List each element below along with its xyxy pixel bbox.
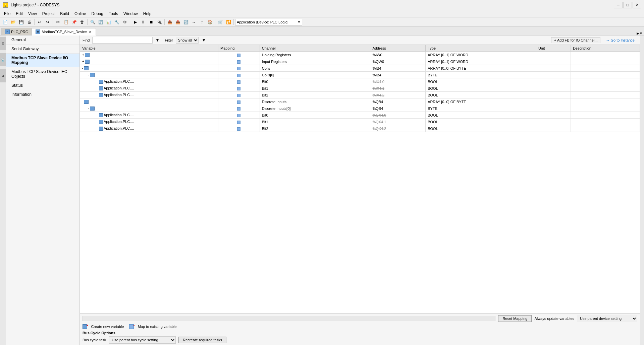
tab-plc-prg-label: PLC_PRG xyxy=(11,30,28,34)
toolbar-8[interactable]: ▶ xyxy=(131,18,139,26)
expand-button[interactable]: - xyxy=(82,66,83,70)
cell-description xyxy=(571,78,640,85)
toolbar-paste[interactable]: 📌 xyxy=(70,18,78,26)
side-icon-3[interactable]: 🖥 xyxy=(0,69,6,82)
toolbar-9[interactable]: ⏸ xyxy=(140,18,147,26)
cell-description xyxy=(571,65,640,72)
toolbar-redo[interactable]: ↪ xyxy=(44,18,51,26)
expand-button[interactable]: + xyxy=(82,60,84,63)
bus-cycle-task-select[interactable]: Use parent bus cycle settingCycle xyxy=(109,336,176,344)
toolbar-save[interactable]: 💾 xyxy=(17,18,25,26)
toolbar-7[interactable]: ⚙ xyxy=(121,18,128,26)
bus-cycle-group-label: Bus Cycle Options xyxy=(83,331,637,335)
nav-information[interactable]: Information xyxy=(6,90,79,99)
nav-general[interactable]: General xyxy=(6,36,79,45)
cell-description xyxy=(571,125,640,132)
reset-mapping-button[interactable]: Reset Mapping xyxy=(498,315,532,322)
toolbar-13[interactable]: 📤 xyxy=(174,18,181,26)
application-dropdown[interactable]: Application [Device: PLC Logic] ▼ xyxy=(235,19,302,25)
expand-button[interactable]: + xyxy=(82,53,84,57)
menu-help[interactable]: Help xyxy=(141,11,154,17)
title-bar: 💡 Lights.project* - CODESYS ─ □ ✕ xyxy=(0,0,644,10)
toolbar-cut[interactable]: ✂ xyxy=(54,18,62,26)
toolbar-17[interactable]: 🏠 xyxy=(206,18,214,26)
window-title: Lights.project* - CODESYS xyxy=(11,3,59,7)
recreate-required-tasks-button[interactable]: Recreate required tasks xyxy=(178,337,226,343)
cell-unit xyxy=(536,92,571,98)
toolbar-open[interactable]: 📂 xyxy=(9,18,17,26)
application-dropdown-value: Application [Device: PLC Logic] xyxy=(237,20,288,24)
go-to-instance-button[interactable]: → Go to Instance xyxy=(603,38,637,43)
always-update-select[interactable]: Use parent device settingYesNo xyxy=(577,315,637,322)
mapping-icon xyxy=(237,67,240,70)
add-fb-button[interactable]: + Add FB for IO Channel... xyxy=(551,37,600,43)
menu-view[interactable]: View xyxy=(25,11,40,17)
toolbar-6[interactable]: 🔧 xyxy=(113,18,120,26)
toolbar-copy[interactable]: 📋 xyxy=(62,18,70,26)
legend-map: = Map to existing variable xyxy=(129,324,176,329)
expand-button[interactable]: - xyxy=(82,100,83,104)
cell-type: BYTE xyxy=(426,72,536,78)
filter-select[interactable]: Show all xyxy=(176,37,199,44)
cell-channel: Bit1 xyxy=(260,119,370,125)
menu-build[interactable]: Build xyxy=(57,11,72,17)
minimize-button[interactable]: ─ xyxy=(614,2,623,8)
tab-menu[interactable]: ▼ xyxy=(639,31,643,35)
cell-variable: Application.PLC.... xyxy=(80,112,218,119)
tab-plc-prg[interactable]: P PLC_PRG xyxy=(1,28,32,35)
close-button[interactable]: ✕ xyxy=(633,2,641,8)
nav-status[interactable]: Status xyxy=(6,81,79,90)
cell-variable: - xyxy=(80,65,218,72)
toolbar-18[interactable]: 🛒 xyxy=(217,18,224,26)
cell-variable: + xyxy=(80,52,218,58)
window-controls[interactable]: ─ □ ✕ xyxy=(614,2,641,8)
menu-tools[interactable]: Tools xyxy=(106,11,121,17)
always-update-label: Always update variables xyxy=(534,317,574,321)
toolbar-15[interactable]: ↔ xyxy=(190,18,198,26)
cell-type: ARRAY [0..0] OF BYTE xyxy=(426,98,536,105)
toolbar-delete[interactable]: 🗑 xyxy=(78,18,86,26)
separator-7 xyxy=(233,19,234,25)
cell-variable: + xyxy=(80,58,218,65)
find-dropdown-arrow[interactable]: ▼ xyxy=(155,38,159,43)
nav-serial-gateway[interactable]: Serial Gateway xyxy=(6,45,79,54)
menu-debug[interactable]: Debug xyxy=(89,11,106,17)
menu-online[interactable]: Online xyxy=(72,11,89,17)
toolbar-11[interactable]: 🔌 xyxy=(156,18,163,26)
toolbar-replace[interactable]: 🔄 xyxy=(97,18,104,26)
table-body: +Holding Registers%IW0ARRAY [0..1] OF WO… xyxy=(80,52,640,132)
expand-button[interactable]: - xyxy=(88,107,89,110)
toolbar-print[interactable]: 🖨 xyxy=(25,18,33,26)
toolbar-5[interactable]: 📊 xyxy=(105,18,112,26)
toolbar-12[interactable]: 📥 xyxy=(166,18,173,26)
tab-close-modbus[interactable]: ✕ xyxy=(88,30,92,34)
toolbar-find[interactable]: 🔍 xyxy=(89,18,96,26)
toolbar-14[interactable]: 🔃 xyxy=(182,18,190,26)
cell-unit xyxy=(536,65,571,72)
legend-create: = Create new variable xyxy=(83,324,124,329)
menu-project[interactable]: Project xyxy=(40,11,57,17)
tab-scroll-right[interactable]: ▶ xyxy=(637,31,639,35)
expand-button[interactable]: - xyxy=(88,73,89,77)
menu-edit[interactable]: Edit xyxy=(13,11,25,17)
menu-window[interactable]: Window xyxy=(121,11,141,17)
nav-iec-objects[interactable]: Modbus TCP Slave Device IEC Objects xyxy=(6,67,79,81)
menu-file[interactable]: File xyxy=(1,11,13,17)
vertical-scrollbar[interactable] xyxy=(640,36,644,345)
toolbar-10[interactable]: ⏹ xyxy=(148,18,155,26)
toolbar-19[interactable]: 🔁 xyxy=(225,18,232,26)
table-row: Application.PLC....Bit1%QX4.1BOOL xyxy=(80,119,640,125)
toolbar-new[interactable]: 📄 xyxy=(1,18,9,26)
toolbar-undo[interactable]: ↩ xyxy=(36,18,43,26)
side-icon-2[interactable]: 📡 xyxy=(0,53,6,66)
side-icon-1[interactable]: ⚙ xyxy=(0,37,6,50)
tab-modbus-device[interactable]: M ModbusTCP_Slave_Device ✕ xyxy=(32,28,96,36)
maximize-button[interactable]: □ xyxy=(623,2,632,8)
nav-io-mapping[interactable]: Modbus TCP Slave Device I/O Mapping xyxy=(6,54,79,67)
cell-type: BOOL xyxy=(426,112,536,119)
toolbar-16[interactable]: ↕ xyxy=(198,18,206,26)
bottom-area: Reset Mapping Always update variables Us… xyxy=(80,313,640,345)
find-input[interactable] xyxy=(92,37,153,44)
cell-unit xyxy=(536,72,571,78)
filter-dropdown-arrow[interactable]: ▼ xyxy=(202,38,206,43)
